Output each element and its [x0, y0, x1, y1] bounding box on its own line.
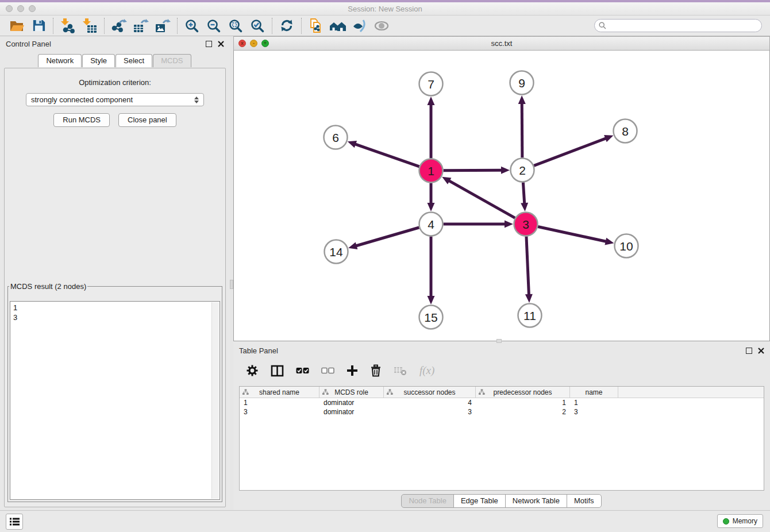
close-panel-icon[interactable] [218, 41, 224, 47]
tab-motifs[interactable]: Motifs [567, 494, 602, 508]
save-session-button[interactable] [28, 17, 49, 35]
graph-edge-2-8[interactable] [534, 138, 607, 165]
memory-button[interactable]: Memory [717, 514, 763, 528]
ui-settings-button[interactable] [6, 514, 23, 530]
home-button[interactable] [327, 17, 349, 35]
table-cell[interactable]: 3 [384, 407, 476, 417]
graph-edge-3-1[interactable] [448, 180, 515, 218]
export-table-button[interactable] [130, 17, 152, 35]
tab-style[interactable]: Style [82, 54, 115, 67]
network-window-titlebar[interactable]: x - + scc.txt [233, 36, 770, 51]
close-panel-button[interactable]: Close panel [118, 113, 176, 127]
graph-edge-3-11[interactable] [526, 236, 529, 296]
export-image-button[interactable] [152, 17, 174, 35]
table-cell[interactable]: dominator [319, 407, 384, 417]
table-row[interactable]: 1dominator411 [240, 398, 764, 407]
network-canvas[interactable]: 7968124314101511 [233, 51, 770, 341]
export-table-icon [133, 18, 149, 33]
table-cell[interactable]: 3 [240, 407, 319, 417]
tab-edge-table[interactable]: Edge Table [453, 494, 506, 508]
graph-edge-arrowhead [521, 203, 528, 211]
tab-mcds[interactable]: MCDS [153, 54, 191, 67]
column-header-successor-nodes[interactable]: successor nodes [384, 387, 476, 398]
graph-edge-1-6[interactable] [354, 144, 419, 167]
window-traffic-lights[interactable] [6, 5, 36, 12]
result-scrollbar[interactable] [211, 302, 219, 499]
column-header-label: MCDS role [334, 388, 368, 396]
app-titlebar: Session: New Session [0, 2, 770, 16]
table-cell[interactable]: 4 [384, 398, 476, 407]
column-header-MCDS-role[interactable]: MCDS role [319, 387, 384, 398]
maximize-view-button[interactable]: + [261, 40, 269, 47]
graph-node-label: 1 [428, 164, 434, 178]
column-header-predecessor-nodes[interactable]: predecessor nodes [476, 387, 570, 398]
table-cell[interactable]: 2 [476, 407, 570, 417]
horizontal-splitter-grip[interactable] [496, 339, 502, 343]
graph-edge-4-14[interactable] [355, 228, 419, 246]
select-all-icon [296, 367, 309, 375]
table-cell[interactable]: 3 [570, 407, 618, 417]
show-columns-button[interactable] [271, 365, 284, 377]
zoom-fit-icon [228, 18, 243, 33]
minimize-view-button[interactable]: - [250, 40, 257, 47]
import-network-button[interactable] [57, 17, 79, 35]
function-builder-button[interactable]: f(x) [419, 364, 434, 377]
graph-edge-arrowhead [348, 242, 357, 249]
export-network-button[interactable] [108, 17, 130, 35]
table-cell[interactable]: 1 [476, 398, 570, 407]
delete-table-button[interactable] [394, 365, 407, 376]
graph-edge-2-3[interactable] [523, 182, 524, 205]
column-type-icon [322, 389, 329, 395]
close-view-button[interactable]: x [238, 40, 246, 47]
tab-node-table[interactable]: Node Table [401, 494, 454, 508]
refresh-button[interactable] [276, 17, 298, 35]
graph-edge-3-10[interactable] [538, 227, 607, 242]
toolbar-separator [301, 18, 302, 34]
zoom-selected-button[interactable] [247, 17, 268, 35]
graph-edge-2-9[interactable] [522, 102, 522, 158]
minimize-window-button[interactable] [17, 5, 24, 12]
delete-column-button[interactable] [370, 364, 382, 377]
plus-icon [346, 365, 358, 376]
run-mcds-button[interactable]: Run MCDS [53, 113, 110, 127]
table-cell[interactable]: 1 [240, 398, 319, 407]
network-canvas-svg[interactable]: 7968124314101511 [234, 51, 769, 340]
clear-selection-button[interactable] [321, 367, 334, 375]
tab-network-table[interactable]: Network Table [505, 494, 567, 508]
graph-node-label: 4 [428, 218, 434, 231]
network-traffic-lights[interactable]: x - + [238, 40, 269, 47]
select-all-button[interactable] [296, 367, 309, 375]
graph-edge-arrowhead [605, 238, 614, 245]
tab-select[interactable]: Select [116, 54, 152, 67]
table-settings-button[interactable] [246, 364, 259, 377]
zoom-window-button[interactable] [29, 5, 36, 12]
zoom-out-button[interactable] [203, 17, 225, 35]
open-session-button[interactable] [6, 17, 28, 35]
column-header-name[interactable]: name [570, 387, 618, 398]
toggle-style-button[interactable] [349, 17, 371, 35]
import-table-button[interactable] [79, 17, 101, 35]
column-type-icon [242, 389, 249, 395]
import-table-icon [82, 18, 97, 34]
float-panel-icon[interactable] [746, 348, 752, 354]
tab-network[interactable]: Network [38, 54, 82, 67]
create-column-button[interactable] [346, 365, 358, 376]
zoom-fit-button[interactable] [225, 17, 247, 35]
save-icon [32, 18, 46, 33]
criterion-select[interactable]: strongly connected component [26, 93, 204, 106]
table-cell[interactable]: 1 [570, 398, 618, 407]
close-window-button[interactable] [6, 5, 13, 12]
table-row[interactable]: 3dominator323 [240, 407, 764, 417]
search-box[interactable] [594, 19, 762, 32]
search-input[interactable] [609, 21, 757, 30]
show-graphics-button[interactable] [371, 17, 392, 35]
table-cell[interactable]: dominator [319, 398, 384, 407]
zoom-in-button[interactable] [181, 17, 203, 35]
graph-edge-1-2[interactable] [443, 170, 503, 171]
clone-network-button[interactable] [305, 17, 327, 35]
column-header-shared-name[interactable]: shared name [240, 387, 319, 398]
criterion-value: strongly connected component [31, 95, 133, 104]
float-panel-icon[interactable] [206, 41, 212, 47]
mcds-result-area[interactable]: 1 3 [10, 301, 220, 500]
close-panel-icon[interactable] [758, 348, 764, 354]
